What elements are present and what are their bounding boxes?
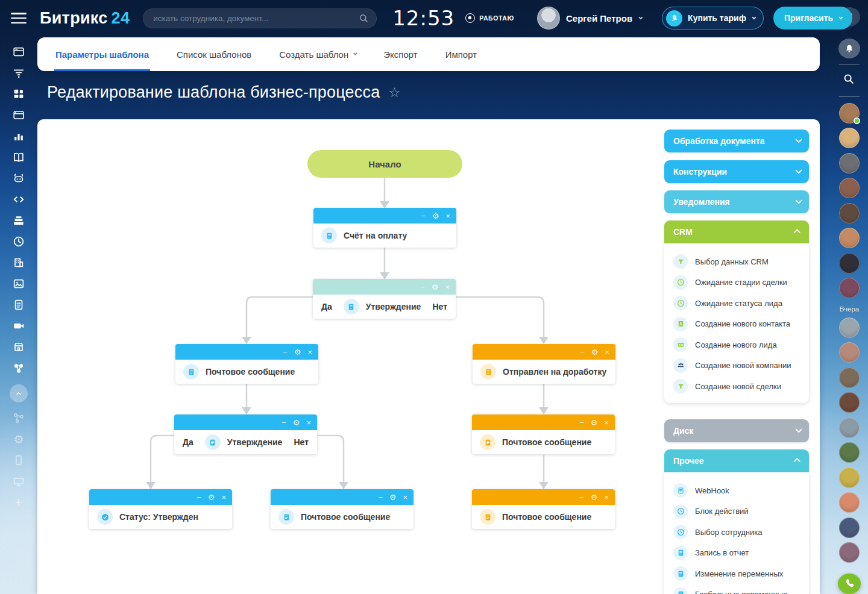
chat-avatar[interactable] xyxy=(839,367,860,388)
toolbox-item-webhook[interactable]: WebHook xyxy=(664,480,809,501)
close-icon[interactable]: × xyxy=(604,419,609,427)
settings-icon[interactable]: ⚙ xyxy=(591,493,598,501)
sales-register-icon[interactable] xyxy=(11,213,26,228)
chat-avatar[interactable] xyxy=(839,153,860,174)
chat-avatar[interactable] xyxy=(839,492,860,513)
toolbox-item-new-company[interactable]: Создание новой компании xyxy=(664,355,809,377)
toolbox-item-report-entry[interactable]: Запись в отчет xyxy=(664,543,809,564)
chat-avatar[interactable] xyxy=(839,178,860,198)
settings-icon[interactable]: ⚙ xyxy=(591,419,598,427)
section-document-processing[interactable]: Обработка документа xyxy=(664,130,809,152)
apps-grid-icon[interactable] xyxy=(11,87,26,101)
automation-robot-icon[interactable] xyxy=(11,171,26,186)
global-search[interactable] xyxy=(143,8,377,28)
flow-node-mail-mid[interactable]: −⚙× Почтовое сообщение xyxy=(271,489,414,529)
buy-tariff-button[interactable]: Купить тариф xyxy=(662,7,764,30)
chat-avatar[interactable] xyxy=(839,542,860,563)
close-icon[interactable]: × xyxy=(445,212,450,220)
section-misc[interactable]: Прочее xyxy=(664,449,809,472)
chat-avatar[interactable] xyxy=(839,392,860,413)
toolbox-item-crm-data[interactable]: Выбор данных CRM xyxy=(664,251,809,272)
time-clock-icon[interactable] xyxy=(11,234,26,249)
add-item-icon[interactable]: + xyxy=(11,495,26,510)
flow-node-invoice[interactable]: −⚙× Счёт на оплату xyxy=(313,208,456,248)
toolbox-item-change-variables[interactable]: Изменение переменных xyxy=(664,563,809,584)
minimize-icon[interactable]: − xyxy=(421,212,426,220)
settings-icon[interactable]: ⚙ xyxy=(294,348,301,356)
chat-avatar[interactable] xyxy=(839,417,860,438)
live-feed-icon[interactable] xyxy=(11,45,26,59)
search-icon[interactable] xyxy=(358,13,369,23)
favorite-star-icon[interactable]: ☆ xyxy=(388,85,400,101)
notifications-button[interactable] xyxy=(838,39,860,58)
section-crm[interactable]: CRM xyxy=(664,220,809,243)
integrations-nodes-icon[interactable] xyxy=(11,411,26,425)
work-status[interactable]: РАБОТАЮ xyxy=(465,13,514,23)
app-logo[interactable]: Битрикс24 xyxy=(40,9,130,28)
chat-avatar[interactable] xyxy=(839,253,860,274)
minimize-icon[interactable]: − xyxy=(378,493,383,501)
flow-node-mail-right-2[interactable]: −⚙× Почтовое сообщение xyxy=(472,489,615,529)
call-button[interactable] xyxy=(838,574,861,594)
tab-create-template[interactable]: Создать шаблон xyxy=(278,37,357,71)
settings-icon[interactable]: ⚙ xyxy=(432,212,439,220)
flow-node-start[interactable]: Начало xyxy=(307,150,462,178)
minimize-icon[interactable]: − xyxy=(579,419,584,427)
minimize-icon[interactable]: − xyxy=(580,348,585,356)
branch-yes-label[interactable]: Да xyxy=(183,437,193,447)
tab-template-list[interactable]: Список шаблонов xyxy=(175,37,253,71)
tab-template-params[interactable]: Параметры шаблона xyxy=(54,37,150,71)
toolbox-item-global-variables[interactable]: Глобальные переменные xyxy=(664,584,809,594)
chat-avatar[interactable] xyxy=(839,203,860,224)
invite-button[interactable]: Пригласить xyxy=(773,7,852,30)
settings-icon[interactable]: ⚙ xyxy=(432,283,439,291)
sidebar-collapse-button[interactable] xyxy=(10,384,28,402)
toolbox-item-new-deal[interactable]: Создание новой сделки xyxy=(664,376,809,397)
chat-avatar[interactable] xyxy=(839,467,860,488)
chat-avatar[interactable] xyxy=(839,228,860,248)
section-constructions[interactable]: Конструкции xyxy=(664,160,809,183)
minimize-icon[interactable]: − xyxy=(197,493,201,501)
settings-gear-icon[interactable]: ⚙ xyxy=(11,432,26,446)
toolbox-item-new-contact[interactable]: Создание нового контакта xyxy=(664,314,809,335)
toolbox-item-wait-deal-stage[interactable]: Ожидание стадии сделки xyxy=(664,272,809,293)
tab-import[interactable]: Импорт xyxy=(444,37,478,71)
chat-avatar[interactable] xyxy=(839,103,860,123)
settings-icon[interactable]: ⚙ xyxy=(389,493,397,501)
branch-yes-label[interactable]: Да xyxy=(321,302,332,311)
settings-icon[interactable]: ⚙ xyxy=(208,493,215,501)
section-disk[interactable]: Диск xyxy=(664,419,809,442)
flow-node-status-approved[interactable]: −⚙× Статус: Утвержден xyxy=(89,489,232,529)
flow-node-approval-1[interactable]: −⚙× Да Утверждение Нет xyxy=(313,279,456,319)
chat-avatar[interactable] xyxy=(839,442,860,463)
close-icon[interactable]: × xyxy=(605,348,609,356)
toolbox-item-action-block[interactable]: Блок действий xyxy=(664,501,809,522)
flow-node-approval-2[interactable]: −⚙× Да Утверждение Нет xyxy=(174,414,317,454)
close-icon[interactable]: × xyxy=(445,283,450,291)
chat-avatar[interactable] xyxy=(839,317,860,338)
rail-search-button[interactable] xyxy=(842,72,857,87)
settings-icon[interactable]: ⚙ xyxy=(591,348,599,356)
chat-avatar[interactable] xyxy=(839,517,860,538)
chat-avatar[interactable] xyxy=(839,342,860,363)
branch-no-label[interactable]: Нет xyxy=(294,437,309,447)
share-network-icon[interactable] xyxy=(11,361,26,375)
close-icon[interactable]: × xyxy=(307,348,312,356)
desktop-app-icon[interactable] xyxy=(11,474,26,489)
tasks-filter-icon[interactable] xyxy=(11,66,26,80)
user-avatar[interactable] xyxy=(537,7,560,30)
close-icon[interactable]: × xyxy=(306,419,311,427)
hamburger-menu-icon[interactable] xyxy=(11,13,27,23)
bp-designer-canvas[interactable]: Начало −⚙× Счёт на оплату −⚙× Да Утвержд… xyxy=(37,119,820,594)
mobile-app-icon[interactable] xyxy=(11,453,26,467)
work-clock[interactable]: 12:53 xyxy=(392,6,454,30)
minimize-icon[interactable]: − xyxy=(283,348,288,356)
close-icon[interactable]: × xyxy=(604,493,609,501)
close-icon[interactable]: × xyxy=(221,493,226,501)
tab-export[interactable]: Экспорт xyxy=(382,37,418,71)
flow-node-rework[interactable]: −⚙× Отправлен на доработку xyxy=(473,344,615,384)
minimize-icon[interactable]: − xyxy=(420,283,425,291)
toolbox-item-wait-lead-status[interactable]: Ожидание статуса лида xyxy=(664,293,809,314)
developer-code-icon[interactable] xyxy=(11,192,26,207)
crm-chart-icon[interactable] xyxy=(11,129,26,143)
